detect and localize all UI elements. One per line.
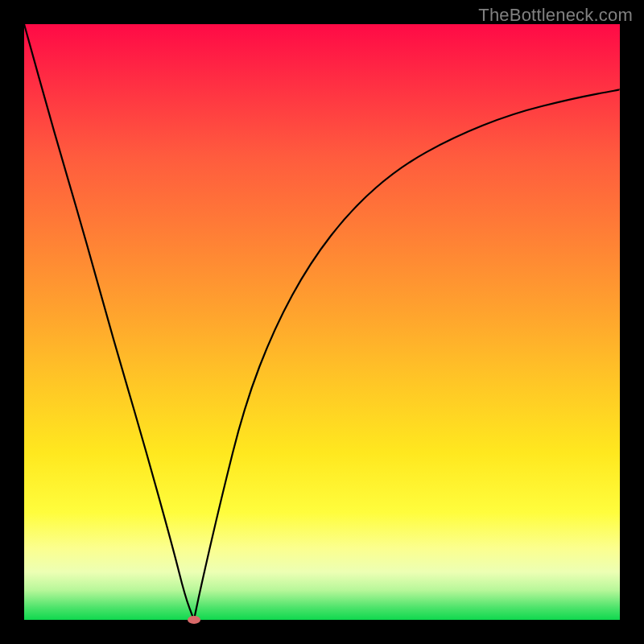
- curve-path: [24, 24, 620, 620]
- bottleneck-curve: [24, 24, 620, 620]
- chart-frame: TheBottleneck.com: [0, 0, 644, 644]
- plot-area: [24, 24, 620, 620]
- minimum-marker: [188, 616, 200, 624]
- watermark-text: TheBottleneck.com: [478, 5, 633, 26]
